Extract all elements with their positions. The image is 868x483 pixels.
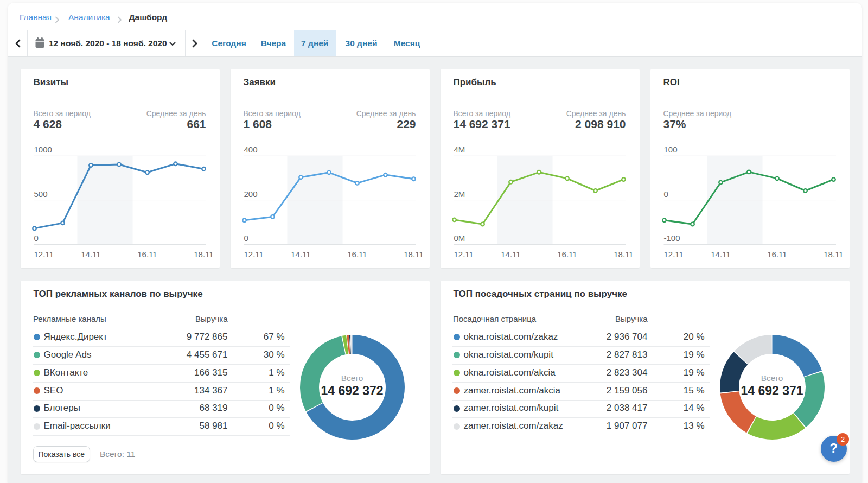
svg-text:12.11: 12.11 xyxy=(663,249,683,258)
svg-text:16.11: 16.11 xyxy=(137,249,157,258)
svg-text:14.11: 14.11 xyxy=(81,249,100,258)
svg-text:18.11: 18.11 xyxy=(404,249,423,258)
svg-text:4M: 4M xyxy=(454,145,465,154)
svg-text:400: 400 xyxy=(244,145,257,154)
svg-text:1000: 1000 xyxy=(34,145,52,154)
svg-text:16.11: 16.11 xyxy=(767,249,787,258)
svg-text:16.11: 16.11 xyxy=(347,249,367,258)
svg-text:0: 0 xyxy=(663,189,668,198)
svg-text:0M: 0M xyxy=(454,233,465,243)
svg-text:0: 0 xyxy=(34,233,38,243)
svg-text:18.11: 18.11 xyxy=(824,249,843,258)
svg-text:14.11: 14.11 xyxy=(291,249,310,258)
svg-text:12.11: 12.11 xyxy=(34,249,53,258)
svg-text:500: 500 xyxy=(34,189,47,198)
svg-text:2M: 2M xyxy=(454,189,465,198)
svg-text:14.11: 14.11 xyxy=(501,249,520,258)
svg-text:18.11: 18.11 xyxy=(194,249,213,258)
svg-text:-100: -100 xyxy=(663,233,680,243)
svg-text:12.11: 12.11 xyxy=(454,249,473,258)
svg-text:16.11: 16.11 xyxy=(557,249,577,258)
svg-text:0: 0 xyxy=(244,233,248,243)
svg-text:200: 200 xyxy=(244,189,257,198)
svg-text:14.11: 14.11 xyxy=(711,249,730,258)
svg-text:18.11: 18.11 xyxy=(614,249,633,258)
svg-text:12.11: 12.11 xyxy=(244,249,263,258)
svg-text:100: 100 xyxy=(663,145,677,154)
